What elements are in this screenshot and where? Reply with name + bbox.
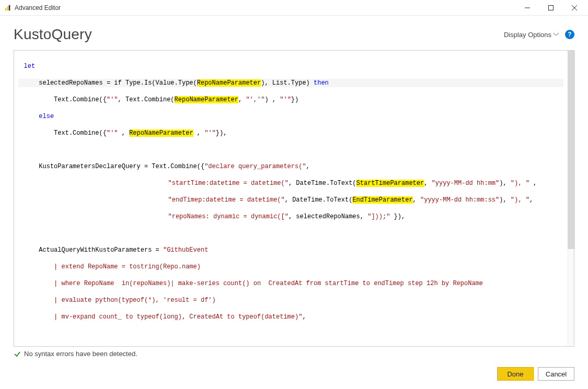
svg-rect-1: [7, 6, 8, 10]
titlebar: Advanced Editor: [0, 0, 588, 16]
display-options-label: Display Options: [504, 31, 551, 39]
cancel-button[interactable]: Cancel: [538, 367, 574, 381]
check-icon: [14, 350, 21, 358]
highlighted-param: RepoNameParameter: [175, 96, 238, 103]
minimize-button[interactable]: [515, 0, 539, 16]
keyword-let: let: [24, 63, 36, 70]
current-line: selectedRepoNames = if Type.Is(Value.Typ…: [18, 79, 563, 87]
svg-rect-4: [548, 5, 553, 10]
code-area[interactable]: let selectedRepoNames = if Type.Is(Value…: [14, 51, 568, 346]
highlighted-param: RepoNameParameter: [129, 129, 193, 137]
page-title: KustoQuery: [14, 26, 92, 43]
maximize-button[interactable]: [539, 0, 562, 16]
close-button[interactable]: [562, 0, 586, 16]
code-editor[interactable]: let selectedRepoNames = if Type.Is(Value…: [14, 50, 574, 347]
app-icon: [4, 4, 11, 11]
highlighted-param: StartTimeParameter: [356, 180, 424, 187]
status-bar: No syntax errors have been detected.: [14, 350, 574, 358]
chevron-down-icon: [554, 33, 559, 36]
header-row: KustoQuery Display Options ?: [14, 26, 574, 43]
footer-buttons: Done Cancel: [497, 367, 574, 381]
display-options-dropdown[interactable]: Display Options: [504, 31, 559, 39]
highlighted-param: EndTimeParameter: [352, 196, 412, 204]
status-message: No syntax errors have been detected.: [24, 350, 137, 358]
scrollbar-thumb[interactable]: [568, 51, 575, 249]
help-icon[interactable]: ?: [565, 30, 574, 39]
window-title: Advanced Editor: [15, 4, 61, 11]
scrollbar-track[interactable]: [568, 51, 574, 346]
svg-rect-0: [5, 8, 7, 10]
svg-rect-2: [9, 5, 10, 10]
highlighted-param: RepoNameParameter: [197, 79, 261, 87]
done-button[interactable]: Done: [497, 367, 534, 381]
